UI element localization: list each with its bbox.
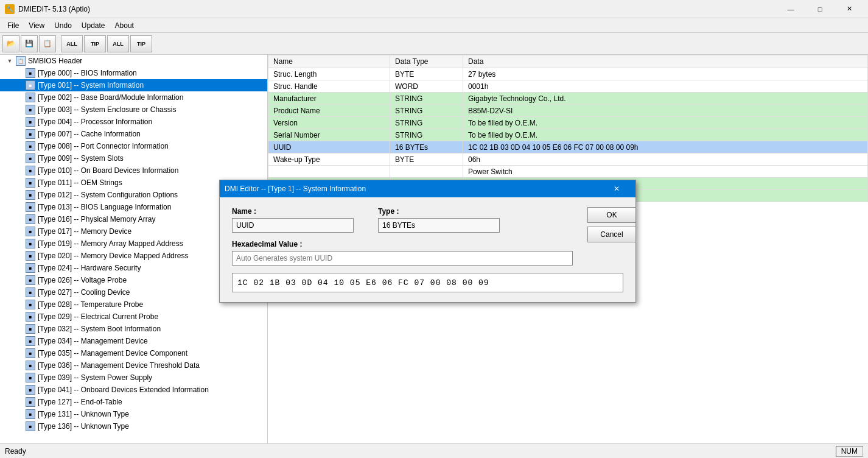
hex-field-group: Hexadecimal Value : xyxy=(232,240,573,266)
type-label: Type : xyxy=(378,207,500,216)
hex-value-input[interactable] xyxy=(232,273,623,292)
name-label: Name : xyxy=(232,207,354,216)
modal-body: Name : Type : Hexadecimal Value : xyxy=(220,197,635,302)
modal-title: DMI Editor -- [Type 1] -- System Informa… xyxy=(225,185,603,193)
dialog-buttons: OK Cancel xyxy=(583,207,636,242)
type-input[interactable] xyxy=(378,218,500,233)
modal-dialog: DMI Editor -- [Type 1] -- System Informa… xyxy=(219,180,636,303)
hex-placeholder-input[interactable] xyxy=(232,251,573,266)
name-input[interactable] xyxy=(232,218,354,233)
ok-button[interactable]: OK xyxy=(587,207,636,223)
modal-close-button[interactable]: ✕ xyxy=(603,182,631,196)
hex-value-section xyxy=(232,273,623,292)
cancel-button[interactable]: Cancel xyxy=(587,227,636,242)
type-field-group: Type : xyxy=(378,207,500,233)
modal-overlay: DMI Editor -- [Type 1] -- System Informa… xyxy=(0,0,868,458)
name-field-group: Name : xyxy=(232,207,354,233)
hex-label: Hexadecimal Value : xyxy=(232,240,573,248)
modal-titlebar: DMI Editor -- [Type 1] -- System Informa… xyxy=(220,180,635,197)
